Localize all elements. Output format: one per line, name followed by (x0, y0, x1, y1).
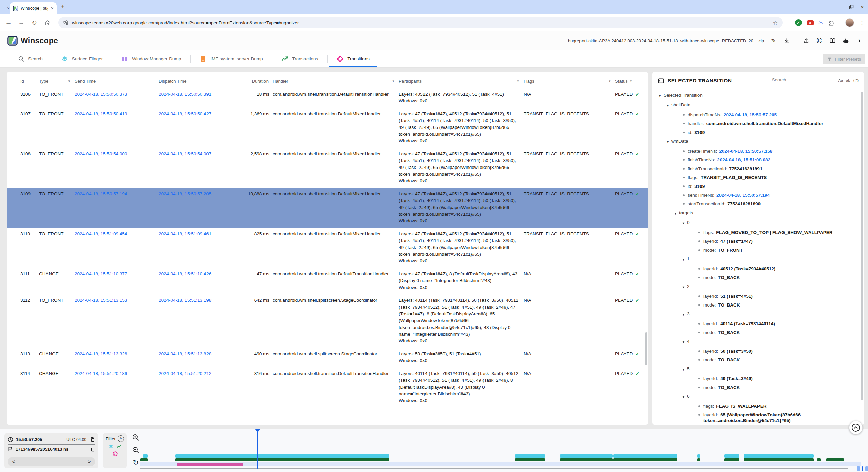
zoom-in-button[interactable] (132, 434, 139, 441)
tree-node[interactable]: ▼1 (652, 255, 859, 264)
column-header-id[interactable]: Id (20, 79, 39, 84)
tree-node[interactable]: layerId:49 (Task=2#49) (652, 374, 859, 383)
bookmark-button[interactable]: ☆ (773, 20, 778, 26)
zoom-out-button[interactable] (132, 446, 139, 454)
send-time-link[interactable]: 2024-04-18, 15:50:54.000 (75, 151, 127, 156)
filter-caret-icon[interactable]: ▼ (392, 80, 395, 83)
dispatch-time-link[interactable]: 2024-04-18, 15:51:09.461 (159, 231, 211, 236)
documentation-button[interactable] (829, 37, 836, 44)
dispatch-time-link[interactable]: 2024-04-18, 15:50:50.427 (159, 111, 211, 116)
table-row[interactable]: 3114CHANGE2024-04-18, 15:51:20.1862024-0… (7, 367, 648, 407)
surface-flinger-segment[interactable] (515, 454, 545, 458)
send-time-link[interactable]: 2024-04-18, 15:50:57.194 (75, 191, 127, 196)
home-button[interactable] (42, 14, 54, 31)
send-time-link[interactable]: 2024-04-18, 15:51:10.377 (75, 271, 127, 276)
send-time-link[interactable]: 2024-04-18, 15:51:20.186 (75, 371, 127, 376)
restore-button[interactable] (849, 5, 854, 9)
tab-search[interactable]: Search (9, 50, 52, 67)
transaction-segment[interactable] (613, 458, 677, 461)
tree-node[interactable]: flags:FLAG_MOVED_TO_TOP | FLAG_SHOW_WALL… (652, 228, 859, 237)
profile-avatar[interactable] (845, 18, 854, 27)
new-tab-button[interactable]: + (61, 3, 65, 10)
browser-menu-button[interactable]: ⋮ (859, 20, 865, 26)
table-scrollbar[interactable] (645, 332, 647, 365)
tree-node[interactable]: ▼shellData (652, 101, 859, 111)
prev-entry-button[interactable]: < (12, 459, 15, 464)
table-row[interactable]: 3107TO_FRONT2024-04-18, 15:50:50.4192024… (7, 107, 648, 148)
tree-node[interactable]: createTimeNs:2024-04-18, 15:50:57.158 (652, 147, 859, 156)
tab-ime-system-server-dump[interactable]: IME system_server Dump (191, 50, 272, 67)
expand-arrow-icon[interactable]: ▼ (674, 211, 679, 217)
tree-node[interactable]: id:3109 (652, 182, 859, 191)
regex-toggle[interactable]: (.*) (853, 78, 859, 82)
column-header-dispatch-time[interactable]: Dispatch Time (159, 79, 243, 84)
transactions-filter-icon[interactable] (116, 444, 122, 449)
tree-node[interactable]: mode:TO_BACK (652, 356, 859, 365)
transaction-segment[interactable] (697, 458, 700, 461)
expand-arrow-icon[interactable]: ▼ (682, 339, 687, 345)
download-trace-button[interactable] (783, 37, 790, 44)
send-time-link[interactable]: 2024-04-18, 15:50:50.373 (75, 92, 127, 97)
tab-window-manager-dump[interactable]: Window Manager Dump (112, 50, 190, 67)
expand-arrow-icon[interactable]: ▼ (666, 139, 671, 145)
tree-node[interactable]: ▼0 (652, 218, 859, 228)
surface-flinger-segment[interactable] (697, 454, 700, 458)
column-header-participants[interactable]: Participants▼ (399, 79, 524, 84)
transaction-segment[interactable] (175, 458, 389, 461)
extension-clipper-button[interactable]: ✂ (819, 20, 823, 26)
tab-transactions[interactable]: Transactions (272, 50, 327, 67)
send-time-link[interactable]: 2024-04-18, 15:51:13.153 (75, 298, 127, 303)
back-button[interactable]: ← (3, 14, 14, 31)
tree-node[interactable]: layerId:40114 (Task=7931#40114) (652, 319, 859, 328)
timeline-scrollbar[interactable] (140, 468, 848, 469)
transaction-segment[interactable] (560, 458, 613, 461)
surface-flinger-segment[interactable] (175, 454, 389, 458)
column-header-handler[interactable]: Handler▼ (273, 79, 399, 84)
tree-node[interactable]: finishTransactionId:7752416281891 (652, 164, 859, 173)
timeline-canvas[interactable] (140, 429, 868, 472)
properties-search-input[interactable] (772, 77, 835, 82)
report-bug-button[interactable] (842, 37, 849, 44)
transitions-filter-icon[interactable] (112, 451, 118, 457)
filter-collapse-button[interactable]: ^ (118, 435, 124, 442)
table-row[interactable]: 3113CHANGE2024-04-18, 15:51:13.3262024-0… (7, 348, 648, 367)
expand-arrow-icon[interactable]: ▼ (682, 312, 687, 318)
edit-trace-button[interactable]: ✎ (770, 37, 777, 44)
range-handle[interactable] (865, 466, 868, 471)
tree-node[interactable]: ▼5 (652, 365, 859, 374)
human-time-field[interactable]: 15:50:57.205 UTC-04:00 (8, 435, 95, 445)
tree-node[interactable]: ▼6 (652, 392, 859, 402)
tree-node[interactable]: layerId:51 (Task=4#51) (652, 292, 859, 301)
table-row[interactable]: 3112TO_FRONT2024-04-18, 15:51:13.1532024… (7, 294, 648, 348)
tree-node[interactable]: sendTimeNs:2024-04-18, 15:50:57.194 (652, 191, 859, 200)
transaction-segment[interactable] (817, 458, 821, 461)
tree-node[interactable]: ▼3 (652, 310, 859, 319)
range-handle[interactable] (857, 466, 860, 471)
url-bar[interactable]: winscope.teams.x20web.corp.google.com/pr… (58, 17, 783, 28)
transaction-segment[interactable] (744, 458, 814, 461)
surface-flinger-segment[interactable] (724, 454, 739, 458)
nanosecond-time-field[interactable]: 1713469857205164013 ns (8, 445, 95, 454)
tree-node[interactable]: finishTimeNs:2024-04-18, 15:51:08.082 (652, 156, 859, 164)
close-window-button[interactable]: × (861, 4, 864, 10)
properties-scrollbar[interactable] (861, 92, 863, 400)
transition-segment[interactable] (177, 463, 243, 466)
tree-node[interactable]: ▼wmData (652, 137, 859, 147)
column-header-status[interactable]: Status▼ (615, 79, 647, 84)
tree-node[interactable]: layerId:50 (Task=3#50) (652, 347, 859, 356)
dispatch-time-link[interactable]: 2024-04-18, 15:51:13.828 (159, 351, 211, 356)
next-entry-button[interactable]: > (88, 459, 91, 464)
table-row[interactable]: 3106TO_FRONT2024-04-18, 15:50:50.3732024… (7, 88, 648, 107)
tree-node[interactable]: dispatchTimeNs:2024-04-18, 15:50:57.205 (652, 111, 859, 119)
filter-caret-icon[interactable]: ▼ (608, 80, 611, 83)
tree-node[interactable]: mode:TO_FRONT (652, 246, 859, 255)
dispatch-time-link[interactable]: 2024-04-18, 15:50:57.205 (159, 191, 211, 196)
tree-node[interactable]: mode:TO_BACK (652, 301, 859, 310)
match-case-toggle[interactable]: Aa (838, 78, 843, 82)
dispatch-time-link[interactable]: 2024-04-18, 15:51:20.212 (159, 371, 211, 376)
surface-flinger-segment[interactable] (613, 454, 677, 458)
expand-arrow-icon[interactable]: ▼ (682, 367, 687, 373)
tree-node[interactable]: ▼4 (652, 337, 859, 347)
transaction-segment[interactable] (140, 458, 148, 461)
table-row[interactable]: 3109TO_FRONT2024-04-18, 15:50:57.1942024… (7, 188, 648, 228)
